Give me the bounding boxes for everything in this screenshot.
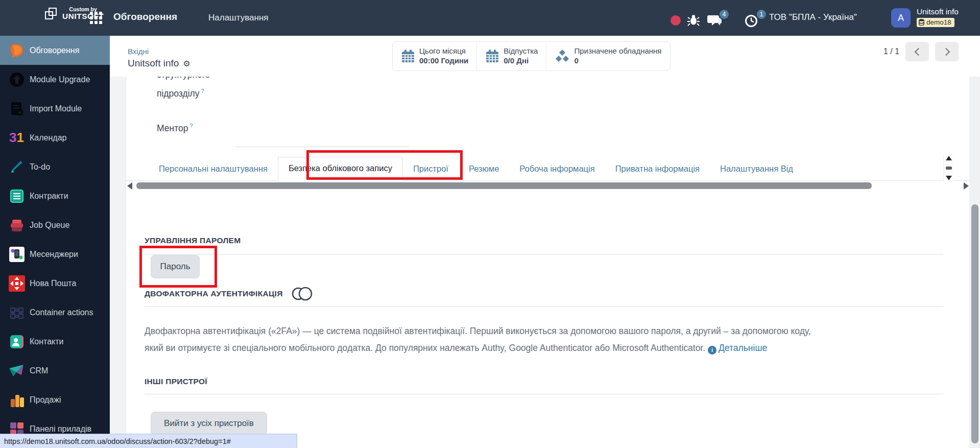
stat-vacation[interactable]: Відпустка 0/0 Дні [477, 42, 546, 70]
tab-resume[interactable]: Резюме [459, 158, 509, 180]
section-divider [145, 254, 943, 254]
logout-all-devices-button[interactable]: Вийти з усіх пристроїв [151, 412, 267, 435]
sidebar-item-todo[interactable]: To-do [0, 152, 110, 181]
job-queue-icon [8, 217, 25, 233]
sidebar-item-sales[interactable]: Продажі [0, 385, 110, 414]
section-divider [145, 306, 943, 307]
sidebar-item-messengers[interactable]: Месенджери [0, 240, 110, 269]
sidebar-item-contracts[interactable]: Контракти [0, 181, 110, 210]
discuss-icon [8, 42, 25, 59]
stat-buttons: Цього місяця 00:00 Години Відпустка 0/0 … [392, 41, 671, 71]
vertical-scrollbar[interactable] [970, 77, 980, 448]
sidebar-item-container-actions[interactable]: Container actions [0, 298, 110, 327]
sidebar-item-label: Container actions [30, 308, 93, 317]
user-name: Unitsoft info [917, 7, 959, 16]
sidebar-item-contacts[interactable]: Контакти [0, 327, 110, 356]
info-icon: i [708, 346, 716, 355]
sidebar-item-label: Module Upgrade [30, 75, 90, 84]
learn-more-link[interactable]: Детальніше [719, 343, 767, 353]
todo-pencil-icon [8, 158, 25, 175]
sidebar-item-import-module[interactable]: Import Module [0, 94, 110, 123]
chevron-left-icon [914, 48, 922, 56]
apps-grid-icon[interactable] [90, 12, 103, 25]
tab-settings-cut[interactable]: Налаштування Від [710, 158, 803, 180]
help-icon[interactable]: ? [201, 88, 204, 94]
menu-settings[interactable]: Налаштування [208, 13, 269, 23]
database-badge: demo18 [917, 18, 954, 27]
database-name: demo18 [926, 18, 951, 26]
gear-icon[interactable]: ⚙ [183, 59, 190, 68]
sidebar-item-label: Продажі [30, 395, 61, 405]
tab-work-information[interactable]: Робоча інформація [509, 158, 605, 180]
unitsoft-logo-icon [45, 7, 58, 21]
pager-previous-button[interactable] [905, 42, 929, 61]
sidebar-item-label: To-do [30, 162, 50, 172]
stat-label: Цього місяця [419, 46, 468, 56]
sidebar-item-calendar[interactable]: 31 Календар [0, 123, 110, 152]
sidebar-item-job-queue[interactable]: Job Queue [0, 210, 110, 240]
structural-unit-text: підрозділу [157, 88, 200, 99]
sidebar-item-crm[interactable]: CRM [0, 356, 110, 385]
scroll-left-icon[interactable] [127, 182, 132, 190]
sidebar-item-discuss[interactable]: Обговорення [0, 36, 110, 65]
sidebar-item-module-upgrade[interactable]: Module Upgrade [0, 65, 110, 94]
form-sheet: структурного підрозділу? Ментор? Персона… [126, 77, 969, 448]
tab-personal-settings[interactable]: Персональні налаштування [149, 158, 278, 180]
section-divider [145, 394, 943, 394]
sidebar-item-label: Календар [30, 133, 66, 143]
activity-badge[interactable]: 1 [756, 9, 767, 20]
messages-badge[interactable]: 4 [719, 9, 730, 20]
database-icon [919, 19, 924, 26]
calendar-digit-1: 1 [17, 130, 24, 146]
sidebar-item-label: Обговорення [30, 46, 79, 55]
pager: 1 / 1 [883, 42, 959, 61]
tab-devices[interactable]: Пристрої [403, 158, 459, 180]
vertical-scroll-thumb[interactable] [971, 204, 978, 443]
calendar-31-icon: 31 [8, 129, 25, 146]
twofa-section-title: ДВОФАКТОРНА АУТЕНТИФІКАЦІЯ [145, 289, 283, 298]
nova-poshta-icon [8, 275, 25, 292]
mentor-field[interactable] [236, 147, 409, 147]
scroll-up-icon[interactable] [946, 156, 952, 160]
avatar[interactable]: A [891, 8, 911, 28]
stat-value: 00:00 Години [419, 56, 468, 66]
help-icon[interactable]: ? [189, 123, 193, 129]
current-app-name[interactable]: Обговорення [113, 11, 177, 22]
sidebar-item-nova-poshta[interactable]: Нова Пошта [0, 269, 110, 298]
user-menu[interactable]: Unitsoft info demo18 [917, 7, 959, 27]
record-dot[interactable] [671, 15, 681, 26]
sidebar-item-label: Нова Пошта [30, 279, 76, 288]
calendar-digit-3: 3 [9, 130, 16, 146]
tab-scroll-control[interactable] [943, 154, 953, 182]
stat-value: 0 [574, 56, 661, 66]
horizontal-scroll-thumb[interactable] [136, 182, 872, 189]
scroll-right-icon[interactable] [964, 182, 969, 190]
password-section-title: УПРАВЛІННЯ ПАРОЛЕМ [145, 236, 241, 245]
breadcrumb-parent[interactable]: Вхідні [128, 47, 149, 56]
toggle-off-icon[interactable] [290, 286, 314, 301]
pager-next-button[interactable] [935, 42, 959, 61]
twofa-text-line2: який ви отримуєте зі спеціального мобіль… [145, 343, 705, 353]
control-bar: Вхідні Unitsoft info ⚙ Цього місяця 00:0… [110, 36, 980, 77]
stat-equipment[interactable]: Призначене обладнання 0 [546, 42, 670, 70]
puzzle-icon [8, 304, 25, 321]
structural-unit-label-line1: структурного [157, 77, 210, 80]
stat-value: 0/0 Дні [504, 56, 538, 66]
horizontal-scrollbar[interactable] [126, 182, 969, 191]
stat-label: Призначене обладнання [574, 46, 661, 56]
cubes-icon [555, 49, 570, 63]
status-url-tooltip: https://demo18.unitsoft.com.ua/odoo/disc… [0, 434, 297, 448]
company-name[interactable]: ТОВ "БПЛА - Україна" [769, 12, 857, 22]
scroll-down-icon[interactable] [946, 176, 952, 180]
bug-icon[interactable] [687, 13, 700, 27]
app-sidebar: Обговорення Module Upgrade Import Module… [0, 36, 110, 448]
stat-this-month[interactable]: Цього місяця 00:00 Години [393, 42, 477, 70]
pager-count: 1 / 1 [883, 47, 899, 56]
chevron-right-icon [942, 48, 950, 56]
crm-icon [8, 362, 25, 379]
tab-scroll-thumb[interactable] [946, 167, 952, 170]
tab-private-information[interactable]: Приватна інформація [605, 158, 710, 180]
calendar-icon [401, 49, 415, 63]
tab-account-security[interactable]: Безпека облікового запису [278, 157, 403, 181]
password-button[interactable]: Пароль [151, 255, 200, 278]
